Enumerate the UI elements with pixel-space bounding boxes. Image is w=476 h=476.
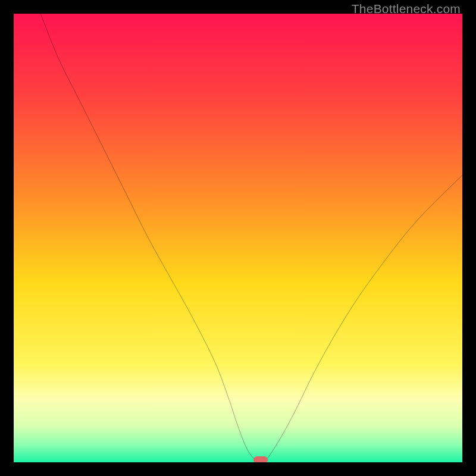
curve-path — [40, 14, 462, 462]
chart-stage: TheBottleneck.com — [0, 0, 476, 476]
plot-area — [14, 14, 462, 462]
bottleneck-marker — [253, 456, 268, 462]
bottleneck-curve — [14, 14, 462, 462]
